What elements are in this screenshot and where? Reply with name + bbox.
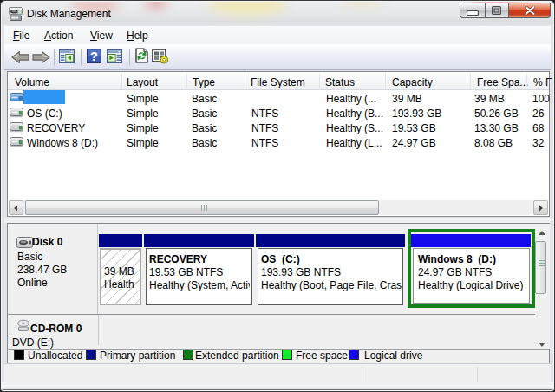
svg-text:?: ? <box>90 49 98 63</box>
